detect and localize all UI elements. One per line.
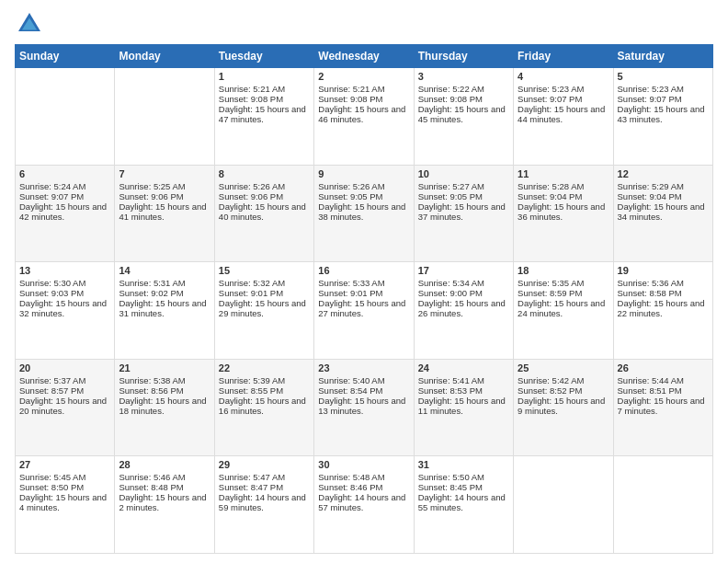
day-info: Sunset: 9:07 PM: [618, 94, 709, 104]
day-info: Sunrise: 5:21 AM: [219, 84, 310, 94]
day-info: Sunrise: 5:21 AM: [318, 84, 409, 94]
day-info: Sunset: 9:08 PM: [219, 94, 310, 104]
day-header: Wednesday: [314, 45, 414, 68]
day-number: 16: [318, 265, 409, 276]
day-info: Daylight: 15 hours and 44 minutes.: [518, 104, 609, 124]
day-number: 23: [318, 362, 409, 373]
day-info: Sunset: 9:07 PM: [19, 191, 110, 201]
day-info: Sunrise: 5:45 AM: [19, 472, 110, 482]
day-number: 17: [418, 265, 509, 276]
day-info: Daylight: 15 hours and 22 minutes.: [618, 298, 709, 318]
day-info: Daylight: 14 hours and 55 minutes.: [418, 492, 509, 512]
day-info: Daylight: 14 hours and 59 minutes.: [219, 492, 310, 512]
calendar-cell: [115, 68, 214, 166]
day-info: Sunset: 9:02 PM: [119, 288, 210, 298]
day-number: 24: [418, 362, 509, 373]
day-info: Daylight: 15 hours and 41 minutes.: [119, 201, 210, 222]
day-info: Sunset: 9:04 PM: [618, 191, 709, 201]
calendar-cell: 26Sunrise: 5:44 AMSunset: 8:51 PMDayligh…: [613, 359, 712, 456]
day-info: Daylight: 15 hours and 45 minutes.: [418, 104, 509, 124]
calendar-cell: 4Sunrise: 5:23 AMSunset: 9:07 PMDaylight…: [514, 68, 613, 166]
day-info: Sunset: 9:06 PM: [219, 191, 310, 201]
day-info: Sunrise: 5:29 AM: [618, 181, 709, 191]
day-number: 18: [518, 265, 609, 276]
day-number: 26: [618, 362, 709, 373]
day-info: Daylight: 15 hours and 31 minutes.: [119, 298, 210, 318]
day-info: Sunrise: 5:25 AM: [119, 181, 210, 191]
page: SundayMondayTuesdayWednesdayThursdayFrid…: [0, 0, 728, 563]
day-info: Daylight: 15 hours and 38 minutes.: [318, 201, 409, 222]
day-info: Daylight: 15 hours and 43 minutes.: [618, 104, 709, 124]
day-info: Sunrise: 5:22 AM: [418, 84, 509, 94]
day-info: Daylight: 15 hours and 11 minutes.: [418, 396, 509, 416]
day-info: Sunset: 8:57 PM: [19, 385, 110, 396]
day-info: Daylight: 15 hours and 7 minutes.: [618, 396, 709, 416]
day-info: Sunrise: 5:26 AM: [219, 181, 310, 191]
day-header: Thursday: [414, 45, 513, 68]
calendar-cell: 31Sunrise: 5:50 AMSunset: 8:45 PMDayligh…: [414, 456, 513, 554]
day-info: Sunrise: 5:23 AM: [518, 84, 609, 94]
calendar-week-row: 6Sunrise: 5:24 AMSunset: 9:07 PMDaylight…: [16, 165, 713, 262]
day-info: Daylight: 15 hours and 40 minutes.: [219, 201, 310, 222]
day-header: Sunday: [16, 45, 115, 68]
day-number: 27: [19, 459, 110, 470]
day-info: Sunset: 9:07 PM: [518, 94, 609, 104]
calendar-week-row: 20Sunrise: 5:37 AMSunset: 8:57 PMDayligh…: [16, 359, 713, 456]
day-info: Daylight: 15 hours and 32 minutes.: [19, 298, 110, 318]
day-info: Sunset: 8:54 PM: [318, 385, 409, 396]
day-info: Sunset: 8:45 PM: [418, 482, 509, 492]
day-number: 14: [119, 265, 210, 276]
day-number: 12: [618, 168, 709, 179]
day-number: 3: [418, 71, 509, 82]
calendar-cell: 20Sunrise: 5:37 AMSunset: 8:57 PMDayligh…: [16, 359, 115, 456]
day-number: 11: [518, 168, 609, 179]
day-info: Sunset: 9:05 PM: [318, 191, 409, 201]
day-info: Sunset: 9:04 PM: [518, 191, 609, 201]
day-info: Sunrise: 5:35 AM: [518, 278, 609, 288]
day-info: Sunrise: 5:40 AM: [318, 375, 409, 385]
day-info: Daylight: 15 hours and 46 minutes.: [318, 104, 409, 124]
calendar-cell: [16, 68, 115, 166]
day-number: 30: [318, 459, 409, 470]
day-info: Sunrise: 5:31 AM: [119, 278, 210, 288]
day-info: Sunrise: 5:23 AM: [618, 84, 709, 94]
day-number: 5: [618, 71, 709, 82]
day-number: 25: [518, 362, 609, 373]
day-number: 21: [119, 362, 210, 373]
calendar-cell: 5Sunrise: 5:23 AMSunset: 9:07 PMDaylight…: [613, 68, 712, 166]
calendar-cell: 13Sunrise: 5:30 AMSunset: 9:03 PMDayligh…: [16, 262, 115, 360]
day-info: Sunset: 9:08 PM: [418, 94, 509, 104]
day-info: Daylight: 15 hours and 20 minutes.: [19, 396, 110, 416]
calendar-cell: 8Sunrise: 5:26 AMSunset: 9:06 PMDaylight…: [214, 165, 313, 262]
calendar-cell: 21Sunrise: 5:38 AMSunset: 8:56 PMDayligh…: [115, 359, 214, 456]
day-info: Daylight: 15 hours and 42 minutes.: [19, 201, 110, 222]
day-info: Sunset: 8:58 PM: [618, 288, 709, 298]
header: [15, 9, 713, 39]
calendar-cell: 6Sunrise: 5:24 AMSunset: 9:07 PMDaylight…: [16, 165, 115, 262]
day-info: Sunset: 8:48 PM: [119, 482, 210, 492]
calendar-cell: 12Sunrise: 5:29 AMSunset: 9:04 PMDayligh…: [613, 165, 712, 262]
day-info: Daylight: 15 hours and 36 minutes.: [518, 201, 609, 222]
day-info: Daylight: 15 hours and 2 minutes.: [119, 492, 210, 512]
day-header: Tuesday: [214, 45, 313, 68]
day-info: Sunrise: 5:42 AM: [518, 375, 609, 385]
day-info: Sunset: 9:05 PM: [418, 191, 509, 201]
day-number: 8: [219, 168, 310, 179]
calendar-cell: 9Sunrise: 5:26 AMSunset: 9:05 PMDaylight…: [314, 165, 414, 262]
day-info: Sunset: 8:52 PM: [518, 385, 609, 396]
day-info: Sunrise: 5:41 AM: [418, 375, 509, 385]
calendar-cell: 7Sunrise: 5:25 AMSunset: 9:06 PMDaylight…: [115, 165, 214, 262]
day-info: Daylight: 15 hours and 26 minutes.: [418, 298, 509, 318]
day-info: Sunrise: 5:48 AM: [318, 472, 409, 482]
day-info: Sunrise: 5:38 AM: [119, 375, 210, 385]
calendar-cell: 25Sunrise: 5:42 AMSunset: 8:52 PMDayligh…: [514, 359, 613, 456]
day-info: Sunset: 8:55 PM: [219, 385, 310, 396]
day-info: Daylight: 15 hours and 27 minutes.: [318, 298, 409, 318]
day-number: 6: [19, 168, 110, 179]
day-number: 9: [318, 168, 409, 179]
day-info: Daylight: 15 hours and 13 minutes.: [318, 396, 409, 416]
calendar-cell: 19Sunrise: 5:36 AMSunset: 8:58 PMDayligh…: [613, 262, 712, 360]
day-info: Daylight: 15 hours and 18 minutes.: [119, 396, 210, 416]
calendar-cell: 11Sunrise: 5:28 AMSunset: 9:04 PMDayligh…: [514, 165, 613, 262]
calendar-cell: 28Sunrise: 5:46 AMSunset: 8:48 PMDayligh…: [115, 456, 214, 554]
